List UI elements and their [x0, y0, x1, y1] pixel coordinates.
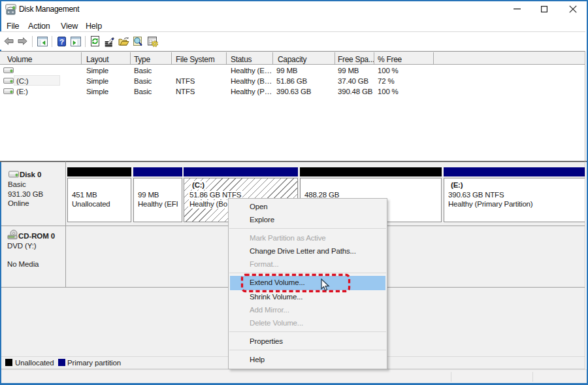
svg-text:?: ?: [59, 38, 64, 46]
